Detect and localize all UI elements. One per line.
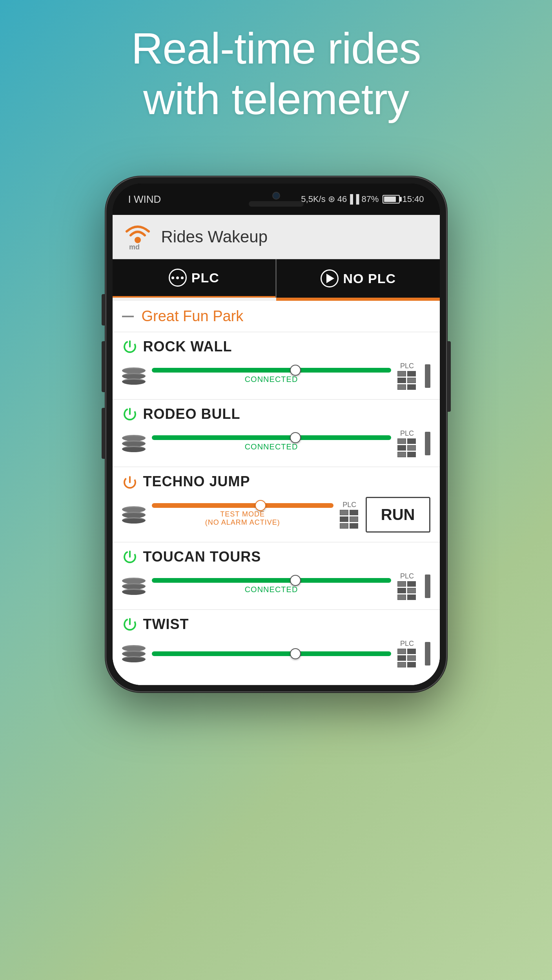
ride-techno-jump[interactable]: TECHNO JUMP: [113, 467, 440, 542]
plc-hardware-icon: PLC: [397, 429, 417, 457]
slider-thumb: [290, 432, 301, 443]
power-on-icon: [122, 616, 138, 632]
hero-line1: Real-time rides: [31, 24, 521, 74]
connection-slider[interactable]: [152, 651, 391, 656]
tabs-bar: PLC NO PLC: [113, 259, 440, 298]
power-on-icon: [122, 549, 138, 565]
ride-header: RODEO BULL: [122, 406, 430, 422]
ride-header: TWIST: [122, 616, 430, 633]
slider-status-label: CONNECTED: [245, 442, 298, 451]
camera-icon: [272, 192, 280, 200]
connection-slider[interactable]: TEST MODE(NO ALARM ACTIVE): [152, 503, 333, 527]
app-logo-icon: md: [122, 221, 153, 253]
database-icon: [122, 435, 146, 452]
ride-name-label: TOUCAN TOURS: [143, 549, 261, 565]
slider-track: [152, 651, 391, 656]
slider-status-label: CONNECTED: [245, 585, 298, 594]
connection-slider[interactable]: CONNECTED: [152, 368, 391, 384]
signal-bars: 46▐▐: [337, 194, 359, 204]
ride-rodeo-bull[interactable]: RODEO BULL: [113, 400, 440, 467]
bluetooth-icon: ⊛: [328, 194, 335, 204]
svg-point-0: [135, 237, 141, 243]
pipe-connector: [425, 364, 430, 388]
power-on-icon: [122, 406, 138, 422]
phone-frame: I WIND 5,5K/s ⊛ 46▐▐ 87% 15:40: [106, 176, 447, 692]
ride-controls: CONNECTED PLC: [122, 426, 430, 459]
ride-controls: PLC: [122, 636, 430, 669]
battery-icon: [383, 195, 400, 204]
volume-mute-button: [102, 294, 106, 325]
connection-slider[interactable]: CONNECTED: [152, 578, 391, 594]
hero-line2: with telemetry: [31, 74, 521, 125]
tab-plc[interactable]: PLC: [113, 259, 276, 298]
park-name-label: Great Fun Park: [142, 308, 244, 325]
ride-name-label: RODEO BULL: [143, 406, 240, 422]
plc-hardware-icon: PLC: [340, 501, 359, 529]
connection-slider[interactable]: CONNECTED: [152, 435, 391, 451]
app-title: Rides Wakeup: [161, 227, 268, 246]
ride-toucan-tours[interactable]: TOUCAN TOURS: [113, 542, 440, 610]
slider-track: [152, 503, 333, 508]
ride-controls: CONNECTED PLC: [122, 569, 430, 602]
volume-up-button: [102, 341, 106, 392]
park-dash-icon: [122, 316, 134, 317]
database-icon: [122, 367, 146, 385]
ride-header: TECHNO JUMP: [122, 473, 430, 490]
plc-hardware-icon: PLC: [397, 572, 417, 600]
carrier-label: I WIND: [128, 193, 161, 205]
time-label: 15:40: [402, 194, 424, 204]
database-icon: [122, 506, 146, 524]
pipe-connector: [425, 432, 430, 455]
battery-pct: 87%: [361, 194, 379, 204]
ride-header: TOUCAN TOURS: [122, 549, 430, 565]
pipe-connector: [425, 642, 430, 665]
plc-hardware-icon: PLC: [397, 640, 417, 667]
run-button[interactable]: RUN: [366, 497, 430, 533]
status-bar: I WIND 5,5K/s ⊛ 46▐▐ 87% 15:40: [113, 184, 440, 215]
notch: [249, 192, 304, 207]
slider-track: [152, 368, 391, 373]
dots-icon: [169, 269, 187, 287]
app-header: md Rides Wakeup: [113, 215, 440, 259]
hero-text: Real-time rides with telemetry: [31, 24, 521, 125]
slider-thumb: [290, 365, 301, 376]
plc-hardware-icon: PLC: [397, 362, 417, 390]
pipe-connector: [425, 575, 430, 598]
ride-name-label: ROCK WALL: [143, 338, 232, 355]
tab-accent-bar: [276, 298, 440, 301]
app-screen: md Rides Wakeup PLC: [113, 215, 440, 685]
database-icon: [122, 645, 146, 662]
slider-thumb: [255, 500, 266, 511]
power-standby-icon: [122, 474, 138, 489]
slider-status-label: CONNECTED: [245, 375, 298, 384]
slider-status-label: TEST MODE(NO ALARM ACTIVE): [205, 510, 280, 527]
speaker-icon: [249, 201, 304, 207]
network-speed: 5,5K/s: [301, 194, 325, 204]
ride-name-label: TECHNO JUMP: [143, 473, 250, 490]
svg-text:md: md: [129, 243, 140, 251]
volume-down-button: [102, 408, 106, 459]
tab-no-plc-label: NO PLC: [343, 271, 396, 286]
slider-track: [152, 578, 391, 583]
ride-header: ROCK WALL: [122, 338, 430, 355]
ride-twist[interactable]: TWIST: [113, 610, 440, 685]
power-on-icon: [122, 339, 138, 355]
park-header: Great Fun Park: [113, 301, 440, 332]
slider-thumb: [290, 648, 301, 659]
ride-name-label: TWIST: [143, 616, 189, 633]
play-icon: [321, 269, 339, 287]
ride-controls: CONNECTED PLC: [122, 359, 430, 391]
database-icon: [122, 578, 146, 595]
tab-plc-label: PLC: [191, 270, 219, 285]
power-side-button: [447, 341, 451, 412]
ride-controls: TEST MODE(NO ALARM ACTIVE) PLC RUN: [122, 494, 430, 534]
ride-rock-wall[interactable]: ROCK WALL: [113, 332, 440, 400]
slider-thumb: [290, 575, 301, 586]
status-right-area: 5,5K/s ⊛ 46▐▐ 87% 15:40: [301, 194, 424, 204]
tab-no-plc[interactable]: NO PLC: [277, 259, 440, 298]
slider-track: [152, 435, 391, 440]
